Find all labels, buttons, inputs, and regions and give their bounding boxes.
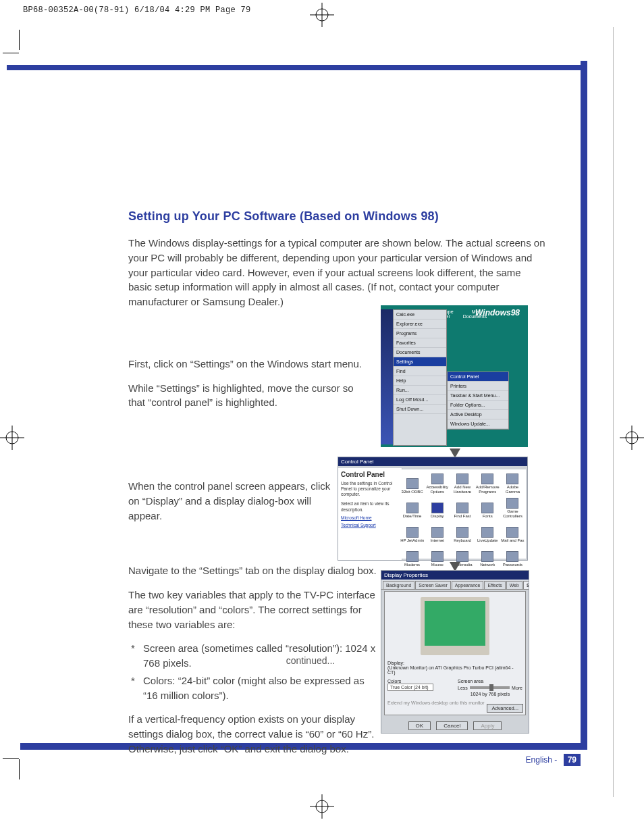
dialog-button-row: OK Cancel Apply: [381, 721, 529, 730]
print-slug: BP68-00352A-00(78-91) 6/18/04 4:29 PM Pa…: [23, 5, 251, 15]
intro-paragraph: The Windows display-settings for a typic…: [128, 236, 547, 309]
start-menu-item-logoff[interactable]: Log Off Mcsd...: [394, 395, 446, 405]
control-panel-icon-network[interactable]: Network: [476, 544, 500, 567]
control-panel-icon-accessibility-options[interactable]: Accessibility Options: [425, 471, 449, 494]
control-panel-sidebar: Control Panel Use the settings in Contro…: [338, 468, 402, 560]
control-panel-heading: Control Panel: [341, 471, 399, 478]
page-title: Setting up Your PC Software (Based on Wi…: [128, 209, 547, 224]
fold-guide: [613, 27, 614, 797]
apply-button[interactable]: Apply: [473, 721, 502, 730]
cancel-button[interactable]: Cancel: [436, 721, 468, 730]
submenu-windows-update[interactable]: Windows Update...: [448, 419, 508, 429]
start-menu-item-documents[interactable]: Documents: [394, 348, 446, 357]
window-title-bar: Control Panel: [338, 457, 527, 466]
submenu-active-desktop[interactable]: Active Desktop: [448, 410, 508, 419]
screen-area-label: Screen area: [458, 679, 522, 684]
display-value: (Unknown Monitor) on ATI Graphics Pro Tu…: [387, 665, 522, 675]
start-menu-item-help[interactable]: Help: [394, 376, 446, 386]
control-panel-icon-internet[interactable]: Internet: [425, 519, 449, 542]
colors-label: Colors: [387, 679, 452, 684]
screen-area-slider[interactable]: [470, 686, 510, 689]
advanced-button[interactable]: Advanced...: [487, 704, 523, 713]
crop-mark: [19, 759, 20, 779]
area-less-label: Less: [458, 686, 468, 690]
ok-button[interactable]: OK: [408, 721, 431, 730]
link-tech-support[interactable]: Technical Support: [341, 523, 399, 528]
step-3-line-a: Navigate to the “Settings” tab on the di…: [128, 563, 378, 578]
start-menu-item-run[interactable]: Run...: [394, 386, 446, 395]
control-panel-icon-add-remove-programs[interactable]: Add/Remove Programs: [476, 471, 500, 494]
start-menu-recent[interactable]: Explorer.exe: [394, 319, 446, 329]
step-1-line-b: While “Settings” is highlighted, move th…: [128, 381, 371, 411]
control-panel-icon-display[interactable]: Display: [425, 495, 449, 518]
figure-control-panel: Control Panel Control Panel Use the sett…: [338, 457, 528, 561]
tab-strip: Background Screen Saver Appearance Effec…: [381, 580, 529, 590]
monitor-preview-icon: [421, 597, 489, 655]
submenu-taskbar[interactable]: Taskbar & Start Menu...: [448, 391, 508, 401]
display-label: Display:: [387, 661, 522, 665]
step-2-line: When the control panel screen appears, c…: [128, 479, 331, 523]
step-3-bullet-colors: Colors: “24-bit” color (might also be ex…: [128, 673, 378, 703]
start-menu-item-favorites[interactable]: Favorites: [394, 338, 446, 348]
control-panel-icon-find-fast[interactable]: Find Fast: [450, 495, 474, 518]
footer-language: English -: [526, 755, 560, 765]
manual-page: Setting up Your PC Software (Based on Wi…: [20, 61, 587, 750]
registration-mark-bottom: [310, 794, 334, 819]
crop-mark: [3, 53, 19, 53]
window-title-bar: Display Properties: [381, 571, 529, 580]
submenu-folder-options[interactable]: Folder Options...: [448, 401, 508, 410]
settings-submenu: Control Panel Printers Taskbar & Start M…: [447, 371, 509, 430]
control-panel-icon-passwords[interactable]: Passwords: [501, 544, 525, 567]
step-3-line-b: The two key variables that apply to the …: [128, 588, 378, 632]
link-ms-home[interactable]: Microsoft Home: [341, 515, 399, 520]
start-menu-item-shutdown[interactable]: Shut Down...: [394, 405, 446, 414]
control-panel-side-hint: Select an item to view its description.: [341, 501, 399, 512]
start-menu: Calc.exe Explorer.exe Programs Favorites…: [381, 309, 522, 444]
control-panel-icon-keyboard[interactable]: Keyboard: [450, 519, 474, 542]
start-menu-list: Calc.exe Explorer.exe Programs Favorites…: [393, 309, 447, 446]
step-1-line-a: First, click on “Settings” on the Window…: [128, 357, 371, 371]
start-menu-banner: [381, 309, 393, 444]
figure-display-properties: Display Properties Background Screen Sav…: [381, 570, 529, 734]
tab-settings[interactable]: Settings: [523, 581, 529, 589]
control-panel-icon-adobe-gamma[interactable]: Adobe Gamma: [501, 471, 525, 494]
crop-mark: [3, 758, 19, 759]
control-panel-grid: 32bit ODBCAccessibility OptionsAdd New H…: [399, 469, 526, 559]
control-panel-icon-32bit-odbc[interactable]: 32bit ODBC: [400, 471, 424, 494]
registration-mark-top: [310, 3, 334, 27]
tab-background[interactable]: Background: [383, 581, 414, 589]
control-panel-icon-hp-jetadmin[interactable]: HP JetAdmin: [400, 519, 424, 542]
colors-dropdown[interactable]: True Color (24 bit): [387, 684, 433, 691]
control-panel-icon-liveupdate[interactable]: LiveUpdate: [476, 519, 500, 542]
control-panel-side-text: Use the settings in Control Panel to per…: [341, 481, 399, 497]
control-panel-icon-mail-and-fax[interactable]: Mail and Fax: [501, 519, 525, 542]
screen-area-value: 1024 by 768 pixels: [458, 692, 522, 696]
submenu-printers[interactable]: Printers: [448, 382, 508, 391]
start-menu-item-programs[interactable]: Programs: [394, 329, 446, 338]
control-panel-icon-date-time[interactable]: Date/Time: [400, 495, 424, 518]
footer-page-number: 79: [564, 754, 581, 766]
control-panel-icon-mouse[interactable]: Mouse: [425, 544, 449, 567]
control-panel-icon-game-controllers[interactable]: Game Controllers: [501, 495, 525, 518]
registration-mark-right: [620, 426, 644, 450]
crop-mark: [19, 30, 20, 50]
control-panel-icon-fonts[interactable]: Fonts: [476, 495, 500, 518]
start-menu-item-settings[interactable]: Settings: [394, 357, 446, 367]
tab-effects[interactable]: Effects: [484, 581, 505, 589]
settings-pane: Display: (Unknown Monitor) on ATI Graphi…: [384, 591, 526, 715]
submenu-control-panel[interactable]: Control Panel: [448, 372, 508, 382]
tab-appearance[interactable]: Appearance: [452, 581, 484, 589]
tab-web[interactable]: Web: [506, 581, 522, 589]
step-3-line-c: If a vertical-frequency option exists on…: [128, 712, 378, 756]
start-menu-item-find[interactable]: Find: [394, 367, 446, 376]
area-more-label: More: [512, 686, 522, 690]
tab-screen-saver[interactable]: Screen Saver: [415, 581, 450, 589]
control-panel-icon-add-new-hardware[interactable]: Add New Hardware: [450, 471, 474, 494]
page-footer: English - 79: [526, 754, 581, 766]
start-menu-recent[interactable]: Calc.exe: [394, 310, 446, 319]
control-panel-icon-modems[interactable]: Modems: [400, 544, 424, 567]
